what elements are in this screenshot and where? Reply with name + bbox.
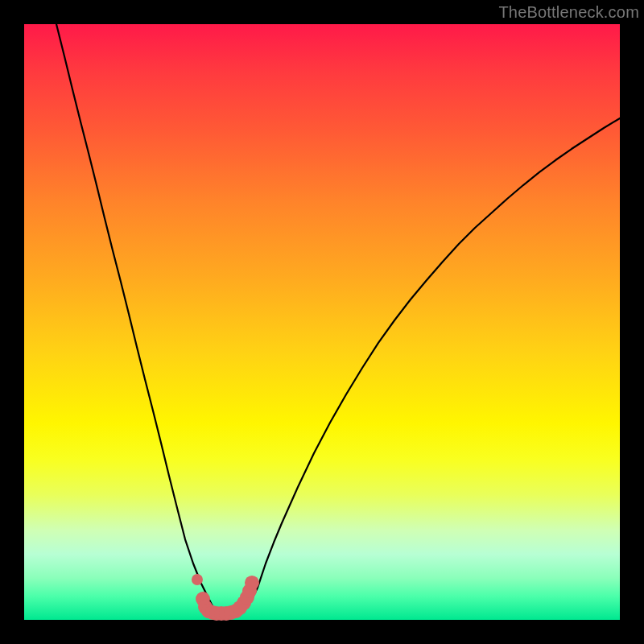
chart-frame: TheBottleneck.com [0,0,644,644]
bottleneck-curve [56,24,620,612]
sweet-spot-marker [245,576,259,590]
watermark-label: TheBottleneck.com [498,3,639,22]
chart-overlay [24,24,620,620]
sweet-spot-marker [192,574,203,585]
sweet-spot-markers [192,574,259,621]
